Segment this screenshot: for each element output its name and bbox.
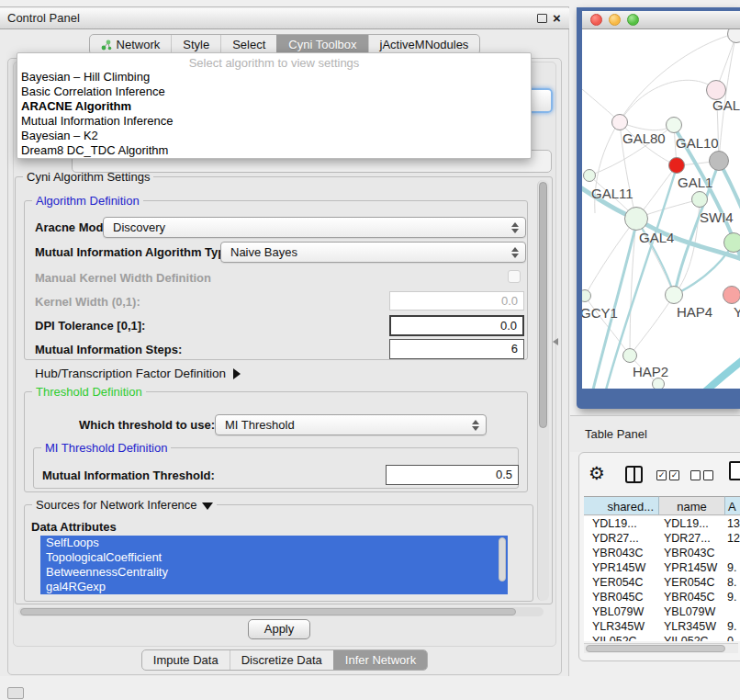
network-node-label: GAL [712,97,740,113]
which-threshold-combobox[interactable]: MI Threshold [215,414,487,435]
table-row[interactable]: YBL079W YBL079W [584,604,740,619]
network-node[interactable] [723,232,740,253]
tab-label: Cyni Toolbox [288,35,356,54]
float-window-icon[interactable] [537,14,547,23]
dpi-tolerance-input[interactable]: 0.0 [389,315,524,336]
algorithm-option[interactable]: ARACNE Algorithm [17,99,531,114]
table-panel-strip: Table Panel [570,415,740,452]
mi-threshold-input[interactable]: 0.5 [386,465,519,485]
data-attribute-item[interactable]: BetweennessCentrality [40,565,508,580]
minimized-panel-icon[interactable] [7,687,24,699]
cell-shared-name: YER054C [584,575,659,590]
export-table-icon[interactable] [729,461,740,480]
mi-steps-input[interactable]: 6 [389,339,524,359]
algorithm-option[interactable]: Bayesian – Hill Climbing [17,70,531,85]
column-header-shared-name[interactable]: shared... [584,496,659,515]
data-attribute-item[interactable]: gal4RGexp [40,580,508,594]
deselect-all-checkbox-icon[interactable] [703,470,713,480]
data-attribute-item[interactable]: SelfLoops [40,536,508,550]
cell-shared-name: YBR043C [584,546,659,560]
network-node[interactable] [723,286,740,304]
network-node-label: GAL11 [591,186,633,201]
settings-vertical-scrollbar[interactable] [537,180,549,601]
stepper-icon [510,246,519,259]
cell-value: 9. [725,560,740,575]
tab-cyni-toolbox[interactable]: Cyni Toolbox [276,35,367,54]
network-node[interactable] [691,191,708,208]
collapse-arrow-icon [202,502,213,510]
close-icon[interactable]: × [553,9,561,28]
panel-resize-handle[interactable] [553,338,558,345]
network-node[interactable] [652,378,665,389]
hub-section-toggle[interactable]: Hub/Transcription Factor Definition [35,367,241,380]
column-header-partial[interactable]: A [725,496,740,515]
select-all-checkbox-icon[interactable]: ✓ [669,470,679,480]
table-row[interactable]: YPR145W YPR145W 9. [584,560,740,575]
tab-impute-data[interactable]: Impute Data [142,650,230,670]
table-horizontal-scrollbar[interactable] [584,643,738,653]
data-attributes-list: SelfLoops TopologicalCoefficient Between… [40,536,508,594]
network-node[interactable] [709,151,729,171]
attributes-scrollbar-thumb[interactable] [499,537,506,581]
algorithm-option[interactable]: Bayesian – K2 [17,129,531,143]
close-traffic-light[interactable] [590,14,602,26]
algorithm-option[interactable]: Dream8 DC_TDC Algorithm [17,143,531,158]
network-node[interactable] [611,114,628,130]
zoom-traffic-light[interactable] [627,14,639,26]
column-header-name[interactable]: name [659,496,725,515]
scrollbar-thumb[interactable] [20,608,516,615]
network-node[interactable] [624,207,648,231]
cell-shared-name: YIL052C [584,634,659,641]
table-row[interactable]: YBR043C YBR043C [584,546,740,560]
columns-icon[interactable] [625,466,643,483]
network-node-label: GAL80 [622,130,666,146]
tab-discretize-data[interactable]: Discretize Data [230,650,333,670]
network-node[interactable] [583,169,596,182]
algorithm-dropdown-popup: Select algorithm to view settings Bayesi… [17,52,532,159]
tab-label: Select [232,35,265,54]
cell-value: 13 [725,516,740,531]
network-canvas[interactable]: GALGAL80GAL10GAL1GAL11GAL4SWI4HAP4YGCY1H… [582,29,740,389]
apply-button[interactable]: Apply [248,619,310,639]
network-window-titlebar[interactable] [582,11,740,29]
kernel-width-input[interactable]: 0.0 [389,291,524,310]
network-node[interactable] [666,117,682,133]
table-row[interactable]: YLR345W YLR345W 9. [584,619,740,634]
network-node[interactable] [622,348,637,363]
table-row[interactable]: YDR27... YDR27... 12 [584,531,740,546]
settings-horizontal-scrollbar[interactable] [18,607,544,616]
cell-name: YBR045C [659,590,725,604]
table-panel-title: Table Panel [585,427,647,441]
network-node-label: GCY1 [582,305,618,321]
table-row[interactable]: YER054C YER054C 8. [584,575,740,590]
tab-infer-network[interactable]: Infer Network [333,650,427,670]
select-all-checkbox-icon[interactable]: ✓ [656,470,667,480]
table-row[interactable]: YDL19... YDL19... 13 [584,516,740,531]
tab-jactivemnodules[interactable]: jActiveMNodules [368,35,480,54]
table-row[interactable]: YIL052C YIL052C 0. [584,634,740,641]
hub-section-label: Hub/Transcription Factor Definition [35,367,226,380]
scrollbar-thumb[interactable] [586,645,725,652]
network-node[interactable] [668,157,685,174]
mi-threshold-label: Mutual Information Threshold: [42,469,215,482]
gear-icon[interactable]: ⚙ [589,462,605,484]
algorithm-option[interactable]: Mutual Information Inference [17,114,531,129]
minimize-traffic-light[interactable] [609,14,621,26]
aracne-mode-combobox[interactable]: Discovery [103,217,526,238]
algorithm-option[interactable]: Basic Correlation Inference [17,85,531,99]
tab-network[interactable]: Network [90,35,172,54]
manual-kernel-checkbox[interactable] [508,270,521,283]
group-title: Threshold Definition [32,385,146,399]
sources-toggle[interactable]: Sources for Network Inference [32,498,217,512]
deselect-all-checkbox-icon[interactable] [690,470,701,480]
scrollbar-thumb[interactable] [539,182,547,428]
tab-style[interactable]: Style [171,35,220,54]
combobox-value: Naive Bayes [230,245,297,259]
tab-label: jActiveMNodules [380,35,469,54]
data-attribute-item[interactable]: TopologicalCoefficient [40,550,508,565]
mi-algorithm-type-combobox[interactable]: Naive Bayes [220,242,526,263]
dpi-tolerance-label: DPI Tolerance [0,1]: [35,319,145,333]
network-node[interactable] [665,286,683,304]
table-row[interactable]: YBR045C YBR045C 9. [584,590,740,604]
tab-select[interactable]: Select [220,35,276,54]
